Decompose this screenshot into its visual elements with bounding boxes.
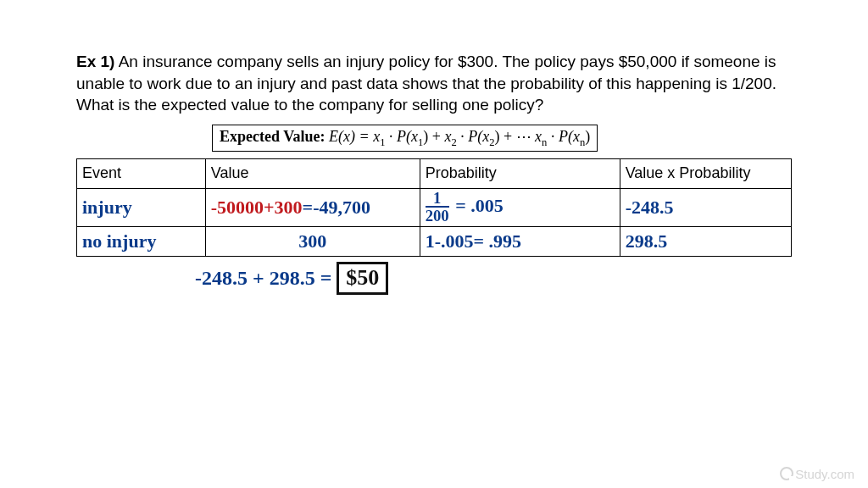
- col-probability: Probability: [420, 158, 620, 188]
- formula-expression: E(x) = x1 · P(x1) + x2 · P(x2) + ⋯ xn · …: [329, 128, 590, 145]
- cell-value-result: -49,700: [313, 197, 370, 218]
- page: Ex 1) An insurance company sells an inju…: [0, 0, 868, 295]
- col-event: Event: [77, 158, 206, 188]
- watermark-text: Study.com: [795, 467, 854, 481]
- col-value-times-prob: Value x Probability: [620, 158, 791, 188]
- col-value: Value: [205, 158, 420, 188]
- cell-value-result: 300: [298, 230, 326, 252]
- cell-event: no injury: [82, 230, 156, 252]
- cell-value-eq: =: [303, 197, 314, 218]
- cell-value-calc: -50000+300: [211, 197, 303, 218]
- cell-event: injury: [82, 197, 132, 218]
- logo-icon: [780, 467, 793, 480]
- answer-box: $50: [337, 262, 388, 295]
- problem-text: An insurance company sells an injury pol…: [76, 53, 776, 114]
- table-row: injury -50000+300=-49,700 1 200 = .005 -…: [77, 188, 792, 226]
- expected-value-formula: Expected Value: E(x) = x1 · P(x1) + x2 ·…: [212, 125, 598, 152]
- cell-prob: 1-.005= .995: [426, 230, 521, 252]
- cell-vp: 298.5: [626, 230, 668, 252]
- example-label: Ex 1): [76, 53, 114, 70]
- table-header-row: Event Value Probability Value x Probabil…: [77, 158, 792, 188]
- calc-lhs: -248.5 + 298.5 =: [195, 267, 331, 290]
- final-calculation: -248.5 + 298.5 = $50: [195, 262, 792, 295]
- watermark: Study.com: [780, 467, 854, 481]
- expected-value-table: Event Value Probability Value x Probabil…: [76, 158, 792, 257]
- cell-vp: -248.5: [626, 197, 674, 218]
- fraction-icon: 1 200: [426, 191, 449, 225]
- table-row: no injury 300 1-.005= .995 298.5: [77, 226, 792, 256]
- cell-prob: 1 200 = .005: [426, 195, 504, 216]
- formula-label: Expected Value:: [220, 128, 326, 145]
- problem-statement: Ex 1) An insurance company sells an inju…: [76, 51, 792, 116]
